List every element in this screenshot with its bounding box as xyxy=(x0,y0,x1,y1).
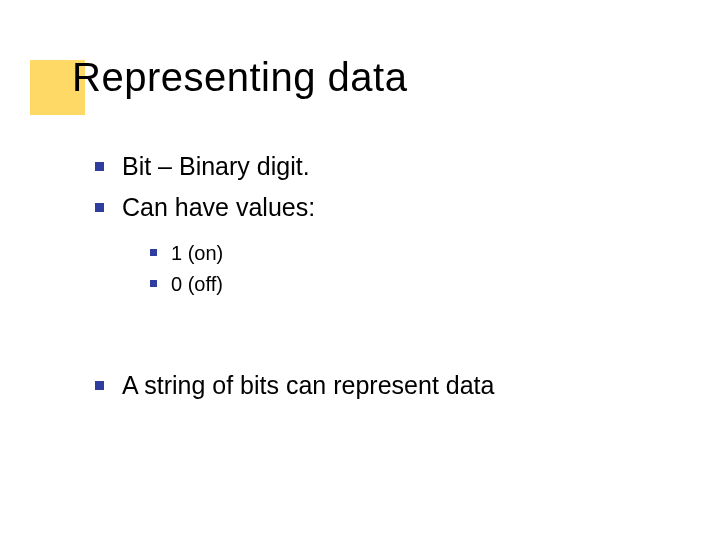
list-item: Bit – Binary digit. xyxy=(95,150,680,183)
bullet-text: 1 (on) xyxy=(171,241,223,266)
slide: Representing data Bit – Binary digit. Ca… xyxy=(0,0,720,540)
bullet-text: Can have values: xyxy=(122,191,315,224)
list-item: Can have values: xyxy=(95,191,680,224)
slide-title: Representing data xyxy=(72,55,407,100)
square-bullet-icon xyxy=(150,249,157,256)
bullet-text: Bit – Binary digit. xyxy=(122,150,310,183)
square-bullet-icon xyxy=(150,280,157,287)
spacer xyxy=(95,329,680,369)
sub-list: 1 (on) 0 (off) xyxy=(150,241,680,297)
square-bullet-icon xyxy=(95,381,104,390)
list-item: 0 (off) xyxy=(150,272,680,297)
list-item: 1 (on) xyxy=(150,241,680,266)
bullet-text: 0 (off) xyxy=(171,272,223,297)
square-bullet-icon xyxy=(95,203,104,212)
square-bullet-icon xyxy=(95,162,104,171)
list-item: A string of bits can represent data xyxy=(95,369,680,402)
slide-body: Bit – Binary digit. Can have values: 1 (… xyxy=(95,150,680,410)
bullet-text: A string of bits can represent data xyxy=(122,369,494,402)
